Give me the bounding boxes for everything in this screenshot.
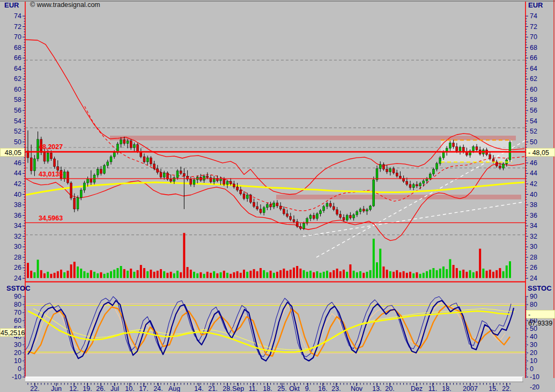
stoch-axis-marker-left: 45,2516 xyxy=(0,328,25,337)
stoch-axis-label-right: 20 xyxy=(530,349,537,357)
date-axis-label: 24. xyxy=(153,385,162,392)
date-axis-label: 12. xyxy=(69,385,78,392)
price-axis-marker-left: 48,05 xyxy=(0,148,25,157)
date-axis-label: 15. xyxy=(489,385,498,392)
price-axis-label-left: 38 xyxy=(14,201,21,209)
price-axis-label-left: 74 xyxy=(14,12,21,20)
stoch-axis-label-left: -10 xyxy=(12,373,21,381)
date-axis-label: 20. xyxy=(385,385,394,392)
price-axis-label-left: 64 xyxy=(14,65,21,72)
price-axis-label-left: 30 xyxy=(14,243,21,250)
stoch-axis-label-left: 80 xyxy=(14,301,21,308)
date-axis-label: 21. xyxy=(208,385,217,392)
price-axis-label-left: 62 xyxy=(14,75,21,83)
price-axis-label-left: 72 xyxy=(14,23,21,31)
price-axis-label-right: 34 xyxy=(530,222,537,230)
stoch-axis-label-right: 80 xyxy=(530,301,537,308)
date-axis-label: Okt xyxy=(289,385,300,392)
date-axis-label: 2007 xyxy=(463,385,478,392)
date-axis-label: Sep xyxy=(232,385,244,392)
price-axis-label-left: 52 xyxy=(14,128,21,135)
level-label-43[interactable]: 43,0135 xyxy=(39,171,63,178)
price-axis-label-right: 62 xyxy=(530,75,537,83)
price-axis-label-left: 54 xyxy=(14,117,21,125)
stoch-axis-marker-right: 67,9339 xyxy=(526,310,555,319)
date-axis-label: 28. xyxy=(223,385,232,392)
stoch-axis-label-right: 90 xyxy=(530,293,537,300)
price-axis-label-right: 70 xyxy=(530,33,537,41)
stoch-axis-label-left: 30 xyxy=(14,341,21,349)
date-axis-label: 22. xyxy=(502,385,511,392)
price-axis-label-right: 42 xyxy=(530,180,537,188)
price-axis-label-left: 40 xyxy=(14,191,21,198)
price-axis-label-left: 24 xyxy=(14,275,21,282)
date-axis-label: 9. xyxy=(305,385,310,392)
price-axis-label-right: 60 xyxy=(530,86,537,93)
level-label-34[interactable]: 34,5963 xyxy=(39,215,63,222)
price-axis-label-left: 42 xyxy=(14,180,21,188)
date-axis-label: 11. xyxy=(428,385,437,392)
price-chart-svg: 7474727270706868666664646262606058585656… xyxy=(0,0,555,392)
date-axis-label: 11. xyxy=(249,385,257,392)
copyright-text: © www.tradesignal.com xyxy=(30,1,100,9)
date-axis-label: 18. xyxy=(442,385,451,392)
date-axis-label: 19. xyxy=(83,385,92,392)
right-axis-title: EUR xyxy=(528,1,543,9)
price-axis-label-right: 26 xyxy=(530,264,537,271)
price-axis-label-right: 66 xyxy=(530,54,537,62)
stoch-left-title: SSTOC xyxy=(6,284,31,292)
price-axis-label-left: 50 xyxy=(14,138,21,146)
stoch-axis-label-right: 10 xyxy=(530,357,537,365)
price-axis-label-left: 68 xyxy=(14,44,21,51)
stoch-right-title: SSTOC xyxy=(528,284,552,292)
price-axis-label-left: 44 xyxy=(14,169,21,177)
price-axis-label-right: 32 xyxy=(530,233,537,240)
date-axis-label: Aug xyxy=(168,385,180,392)
price-axis-label-right: 56 xyxy=(530,107,537,114)
price-axis-label-left: 28 xyxy=(14,254,21,261)
price-axis-marker-right: 48,05 xyxy=(526,148,555,157)
price-axis-label-right: 72 xyxy=(530,23,537,31)
stoch-axis-label-left: 90 xyxy=(14,293,21,300)
price-axis-label-right: 52 xyxy=(530,128,537,135)
price-axis-label-left: 46 xyxy=(14,159,21,167)
price-axis-label-right: 68 xyxy=(530,44,537,51)
left-axis-title: EUR xyxy=(4,1,19,9)
price-axis-label-right: 50 xyxy=(530,138,537,146)
date-axis-label: 13. xyxy=(372,385,381,392)
price-axis-label-left: 36 xyxy=(14,212,21,219)
price-axis-label-right: 36 xyxy=(530,212,537,219)
stoch-axis-label-left: 10 xyxy=(14,357,21,365)
price-axis-label-left: 32 xyxy=(14,233,21,240)
price-axis-label-right: 54 xyxy=(530,117,537,125)
date-axis-label: Jul xyxy=(110,385,119,392)
date-axis-label: 23. xyxy=(331,385,341,392)
price-plot-area[interactable] xyxy=(25,2,526,282)
price-axis-label-left: 66 xyxy=(14,54,21,62)
stoch-axis-label-right: -10 xyxy=(530,373,539,381)
price-axis-label-left: 56 xyxy=(14,107,21,114)
date-axis-label: 10. xyxy=(125,385,134,392)
date-axis-label: 14. xyxy=(194,385,203,392)
price-axis-label-right: 38 xyxy=(530,201,537,209)
price-axis-label-left: 34 xyxy=(14,222,21,230)
price-axis-label-right: 24 xyxy=(530,275,537,282)
stoch-plot-area[interactable] xyxy=(25,284,526,378)
price-axis-label-right: 46 xyxy=(530,159,537,167)
stoch-axis-label-left: 70 xyxy=(14,309,21,316)
stoch-axis-label-right: 0 xyxy=(530,365,534,373)
price-axis-label-right: 74 xyxy=(530,12,537,20)
date-axis-label: 17. xyxy=(139,385,148,392)
stoch-axis-label-right: 30 xyxy=(530,341,537,349)
price-axis-label-right: 28 xyxy=(530,254,537,261)
price-axis-label-left: 60 xyxy=(14,86,21,93)
stoch-axis-label-right: 40 xyxy=(530,333,537,341)
level-label-48[interactable]: 48,2027 xyxy=(39,144,63,151)
price-axis-label-right: 30 xyxy=(530,243,537,250)
price-axis-label-left: 26 xyxy=(14,264,21,271)
price-axis-label-right: 64 xyxy=(530,65,537,72)
price-axis-label-left: 70 xyxy=(14,33,21,41)
price-axis-label-right: 40 xyxy=(530,191,537,198)
tradesignal-chart-window: 7474727270706868666664646262606058585656… xyxy=(0,0,555,392)
date-axis-label: 18. xyxy=(263,385,272,392)
